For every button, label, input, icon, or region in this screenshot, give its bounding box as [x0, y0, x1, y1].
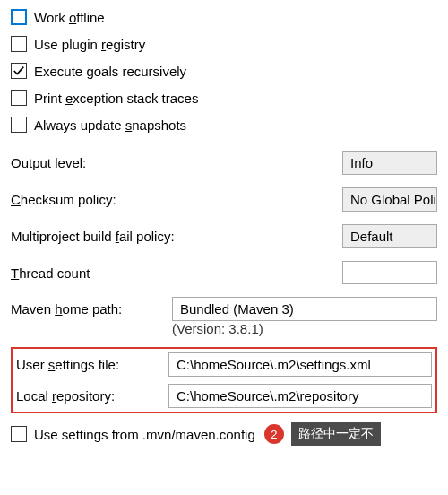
thread-count-label: Thread count — [11, 265, 163, 281]
execute-goals-checkbox[interactable] — [11, 63, 27, 79]
work-offline-label: Work offline — [34, 10, 105, 25]
multiproject-fail-select[interactable]: Default — [342, 224, 437, 248]
local-repository-label: Local repository: — [16, 388, 168, 404]
local-repository-input[interactable]: C:\homeSource\.m2\repository — [168, 384, 432, 408]
output-level-select[interactable]: Info — [342, 151, 437, 175]
execute-goals-label: Execute goals recursively — [34, 64, 186, 79]
use-settings-from-mvn-checkbox[interactable] — [11, 426, 27, 442]
checkmark-icon — [13, 65, 25, 77]
maven-version-note: (Version: 3.8.1) — [172, 321, 437, 336]
thread-count-input[interactable] — [342, 261, 437, 284]
maven-home-path-select[interactable]: Bundled (Maven 3) — [172, 297, 437, 321]
user-settings-file-input[interactable]: C:\homeSource\.m2\settings.xml — [168, 352, 432, 377]
use-plugin-registry-label: Use plugin registry — [34, 37, 145, 52]
annotation-badge: 2 — [264, 424, 284, 444]
annotation-tooltip: 路径中一定不 — [291, 422, 381, 446]
checksum-policy-label: Checksum policy: — [11, 192, 163, 207]
highlighted-paths-box: User settings file: C:\homeSource\.m2\se… — [11, 347, 437, 413]
print-exception-label: Print exception stack traces — [34, 91, 198, 106]
checksum-policy-select[interactable]: No Global Policy — [342, 187, 437, 212]
work-offline-checkbox[interactable] — [11, 9, 27, 25]
maven-home-path-label: Maven home path: — [11, 301, 163, 317]
multiproject-fail-label: Multiproject build fail policy: — [11, 229, 217, 244]
use-settings-from-mvn-label: Use settings from .mvn/maven.config — [34, 427, 255, 442]
always-update-snapshots-label: Always update snapshots — [34, 117, 186, 133]
use-plugin-registry-checkbox[interactable] — [11, 36, 27, 52]
print-exception-checkbox[interactable] — [11, 90, 27, 106]
user-settings-file-label: User settings file: — [16, 357, 168, 372]
output-level-label: Output level: — [11, 155, 163, 170]
always-update-snapshots-checkbox[interactable] — [11, 117, 27, 133]
